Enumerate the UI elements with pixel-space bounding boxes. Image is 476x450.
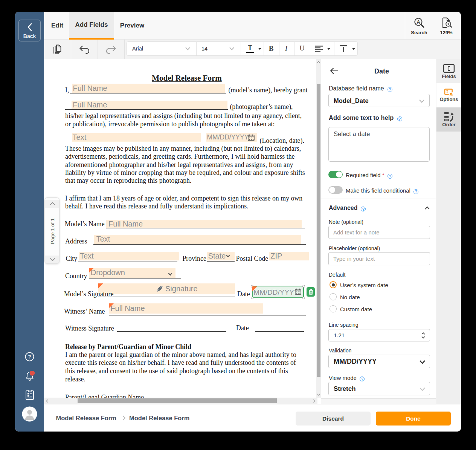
svg-text:?: ?: [28, 354, 31, 360]
svg-text:A: A: [416, 19, 420, 25]
